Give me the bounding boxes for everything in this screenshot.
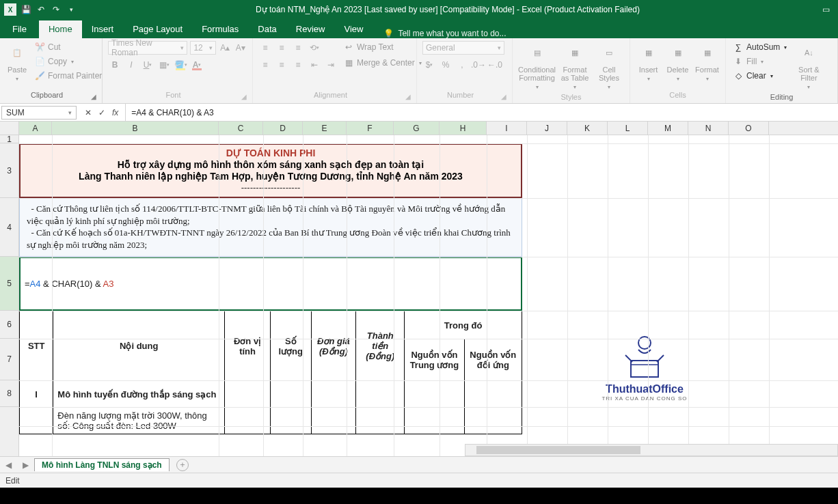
hdr-trongdo[interactable]: Trong đó (405, 311, 522, 339)
fill-color-button[interactable]: 🪣▾ (174, 58, 187, 72)
font-name-combo[interactable]: Times New Roman▾ (108, 41, 187, 55)
align-left-icon[interactable]: ≡ (258, 58, 272, 72)
enter-formula-icon[interactable]: ✓ (98, 108, 105, 117)
col-header-J[interactable]: J (527, 122, 567, 135)
number-launcher-icon[interactable]: ◢ (501, 93, 506, 100)
col-header-K[interactable]: K (567, 122, 608, 135)
align-top-icon[interactable]: ≡ (258, 41, 272, 55)
add-sheet-button[interactable]: ＋ (176, 459, 189, 471)
accounting-icon[interactable]: $▾ (422, 58, 436, 72)
copy-button[interactable]: 📄Copy▾ (33, 55, 103, 68)
col-header-G[interactable]: G (394, 122, 440, 135)
insert-cells-button[interactable]: ▦Insert▾ (636, 41, 661, 83)
col-header-A[interactable]: A (19, 122, 52, 135)
tab-page-layout[interactable]: Page Layout (123, 20, 192, 38)
hdr-noidung[interactable]: Nội dung (53, 311, 225, 381)
name-box[interactable]: SUM▾ (1, 106, 77, 120)
increase-font-icon[interactable]: A▴ (219, 41, 232, 55)
borders-button[interactable]: ▦▾ (157, 58, 171, 72)
align-middle-icon[interactable]: ≡ (275, 41, 288, 55)
sheet-nav-next-icon[interactable]: ▶ (17, 460, 34, 470)
row2-nd[interactable]: Đèn năng lượng mặt trời 300W, thông số: … (53, 408, 225, 434)
hdr-thanhtien[interactable]: Thành tiền (Đồng) (356, 311, 405, 381)
sheet-nav-prev-icon[interactable]: ◀ (0, 460, 17, 470)
tab-data[interactable]: Data (248, 20, 286, 38)
col-header-B[interactable]: B (52, 122, 219, 135)
undo-icon[interactable]: ↶ (36, 4, 46, 15)
clipboard-launcher-icon[interactable]: ◢ (91, 93, 96, 100)
fx-icon[interactable]: fx (112, 108, 118, 117)
col-header-H[interactable]: H (440, 122, 487, 135)
bold-button[interactable]: B (108, 58, 122, 72)
fill-button[interactable]: ⬇Fill▾ (731, 55, 788, 68)
cell-title-block[interactable]: DỰ TOÁN KINH PHI Hỗ trợ xây dựng mô hình… (19, 143, 522, 198)
hdr-dongia[interactable]: Đơn giá (Đồng) (311, 311, 356, 381)
cell-styles-button[interactable]: ▭Cell Styles▾ (594, 41, 624, 92)
tab-view[interactable]: View (334, 20, 373, 38)
row-header-1[interactable]: 1 (0, 135, 18, 143)
ribbon-options-icon[interactable]: ▭ (819, 3, 833, 16)
col-header-L[interactable]: L (608, 122, 648, 135)
decrease-decimal-icon[interactable]: ←.0 (488, 58, 502, 72)
row-header-7[interactable]: 7 (0, 339, 18, 380)
decrease-indent-icon[interactable]: ⇤ (308, 58, 321, 72)
format-painter-button[interactable]: 🖌️Format Painter (33, 70, 103, 82)
row1-nd[interactable]: Mô hình tuyến đường thắp sáng sạch (53, 381, 225, 408)
tab-formulas[interactable]: Formulas (192, 20, 248, 38)
col-header-F[interactable]: F (347, 122, 394, 135)
decrease-font-icon[interactable]: A▾ (234, 41, 247, 55)
hdr-stt[interactable]: STT (20, 311, 53, 381)
italic-button[interactable]: I (124, 58, 138, 72)
tab-home[interactable]: Home (39, 20, 82, 38)
cell-references[interactable]: - Căn cứ Thông tư liên tịch số 114/2006/… (19, 198, 522, 257)
tell-me[interactable]: 💡Tell me what you want to do... (383, 29, 506, 38)
align-bottom-icon[interactable]: ≡ (291, 41, 305, 55)
col-header-N[interactable]: N (688, 122, 729, 135)
clear-button[interactable]: ◇Clear▾ (731, 70, 788, 82)
row-header-3[interactable]: 3 (0, 143, 18, 198)
col-header-E[interactable]: E (303, 122, 347, 135)
format-as-table-button[interactable]: ▦Format as Table▾ (560, 41, 590, 92)
hdr-doiung[interactable]: Nguồn vốn đối ứng (464, 339, 522, 381)
horizontal-scrollbar[interactable] (465, 444, 838, 456)
col-header-I[interactable]: I (487, 122, 527, 135)
qat-dropdown-icon[interactable]: ▾ (66, 4, 77, 15)
comma-icon[interactable]: , (455, 58, 469, 72)
row-header-5[interactable]: 5 (0, 257, 18, 311)
increase-decimal-icon[interactable]: .0→ (472, 58, 485, 72)
align-center-icon[interactable]: ≡ (275, 58, 288, 72)
col-header-D[interactable]: D (263, 122, 303, 135)
row-header-8[interactable]: 8 (0, 380, 18, 407)
alignment-launcher-icon[interactable]: ◢ (405, 93, 411, 100)
row-header-6[interactable]: 6 (0, 311, 18, 339)
data-table[interactable]: STT Nội dung Đơn vị tính Số lượng Đơn gi… (19, 311, 522, 434)
col-header-M[interactable]: M (648, 122, 688, 135)
sheet-tab-active[interactable]: Mô hình Làng TNLN sáng sạch (34, 458, 170, 471)
redo-icon[interactable]: ↷ (51, 4, 62, 15)
font-launcher-icon[interactable]: ◢ (241, 93, 247, 100)
cancel-formula-icon[interactable]: ✕ (85, 108, 92, 117)
row-header-4[interactable]: 4 (0, 198, 18, 257)
hdr-sl[interactable]: Số lượng (270, 311, 311, 381)
row1-stt[interactable]: I (20, 381, 53, 408)
align-right-icon[interactable]: ≡ (291, 58, 305, 72)
underline-button[interactable]: U▾ (141, 58, 154, 72)
autosum-button[interactable]: ∑AutoSum▾ (731, 41, 788, 53)
font-size-combo[interactable]: 12▾ (190, 41, 216, 55)
increase-indent-icon[interactable]: ⇥ (324, 58, 338, 72)
sort-filter-button[interactable]: A↓Sort & Filter▾ (792, 41, 825, 92)
formula-input[interactable]: =A4 & CHAR(10) & A3 (125, 104, 838, 121)
save-icon[interactable]: 💾 (21, 4, 31, 15)
worksheet-grid[interactable]: ABCDEFGHIJKLMNO 1345678 DỰ TOÁN KINH PHI… (0, 122, 838, 456)
number-format-combo[interactable]: General▾ (422, 41, 504, 55)
tab-insert[interactable]: Insert (82, 20, 124, 38)
col-header-O[interactable]: O (729, 122, 769, 135)
tab-review[interactable]: Review (286, 20, 335, 38)
hdr-trunguong[interactable]: Nguồn vốn Trung ương (405, 339, 464, 381)
wrap-text-button[interactable]: ↩Wrap Text (342, 41, 423, 53)
select-all-corner[interactable] (0, 122, 19, 135)
delete-cells-button[interactable]: ▦Delete▾ (665, 41, 690, 83)
active-cell-a5[interactable]: =A4 & CHAR(10) & A3 (19, 257, 522, 311)
col-header-C[interactable]: C (219, 122, 263, 135)
orientation-icon[interactable]: ⟲▾ (308, 41, 321, 55)
